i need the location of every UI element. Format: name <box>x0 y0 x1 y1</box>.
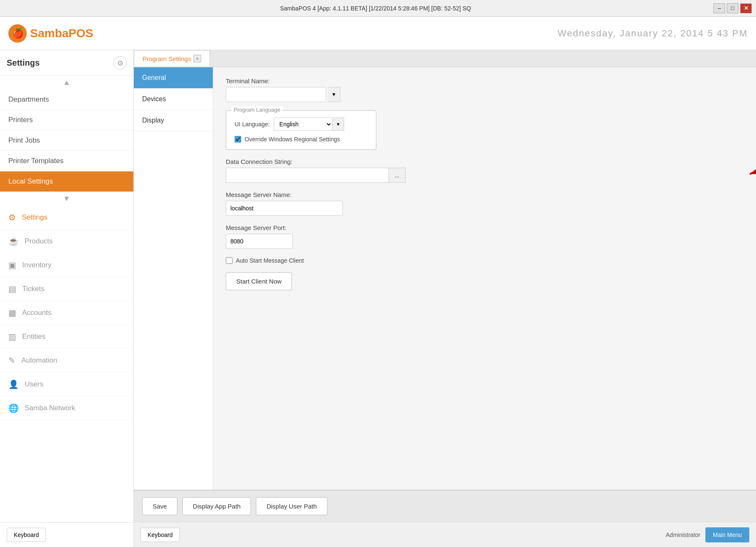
accounts-icon: ▦ <box>8 308 16 318</box>
inventory-icon: ▣ <box>8 260 16 270</box>
app-logo: 🍎 SambaPOS <box>8 24 93 43</box>
automation-icon: ✎ <box>8 355 15 366</box>
message-server-name-input[interactable] <box>226 201 343 216</box>
ui-language-dropdown-btn[interactable]: ▼ <box>332 118 344 131</box>
settings-menu-display[interactable]: Display <box>134 110 213 131</box>
display-user-path-button[interactable]: Display User Path <box>256 497 327 515</box>
message-server-name-group: Message Server Name: <box>226 191 743 216</box>
ui-language-select-row: English Turkish German French ▼ <box>274 118 344 131</box>
users-label: Users <box>25 380 43 389</box>
auto-start-checkbox[interactable] <box>226 257 232 264</box>
settings-icon: ⚙ <box>8 212 16 222</box>
auto-start-label: Auto Start Message Client <box>236 257 304 264</box>
settings-submenu: Departments Printers Print Jobs Printer … <box>0 89 133 192</box>
scroll-up-indicator[interactable]: ▲ <box>0 76 133 89</box>
automation-label: Automation <box>21 356 57 365</box>
logo-suffix: POS <box>69 27 93 40</box>
tickets-label: Tickets <box>22 285 44 293</box>
sidebar-footer: Keyboard <box>0 522 133 547</box>
sidebar: Settings ⊙ ▲ Departments Printers Print … <box>0 50 134 547</box>
override-checkbox[interactable] <box>235 136 241 143</box>
ui-language-select[interactable]: English Turkish German French <box>274 118 332 131</box>
display-app-path-button[interactable]: Display App Path <box>182 497 251 515</box>
logo-icon: 🍎 <box>8 24 27 43</box>
bottom-keyboard-button[interactable]: Keyboard <box>140 528 180 542</box>
settings-menu-panel: General Devices Display <box>134 67 213 490</box>
main-menu-button[interactable]: Main Menu <box>705 527 749 542</box>
submenu-item-print-jobs[interactable]: Print Jobs <box>0 130 133 151</box>
app-datetime: Wednesday, January 22, 2014 5 43 PM <box>558 28 748 39</box>
inventory-label: Inventory <box>22 261 51 269</box>
program-language-box: Program Language UI Language: English Tu… <box>226 110 376 150</box>
terminal-name-label: Terminal Name: <box>226 77 743 84</box>
settings-menu-devices[interactable]: Devices <box>134 89 213 110</box>
data-connection-group: Data Connection String: ... <box>226 158 743 183</box>
users-icon: 👤 <box>8 379 19 389</box>
red-arrow-indicator <box>746 157 756 180</box>
terminal-name-input[interactable] <box>226 87 326 102</box>
scroll-down-indicator[interactable]: ▼ <box>0 192 133 206</box>
sidebar-item-accounts[interactable]: ▦ Accounts <box>0 301 133 325</box>
auto-start-group: Auto Start Message Client <box>226 257 743 264</box>
entities-label: Entities <box>22 332 46 341</box>
samba-network-icon: 🌐 <box>8 403 19 413</box>
sidebar-item-entities[interactable]: ▥ Entities <box>0 325 133 349</box>
terminal-name-group: Terminal Name: ▼ <box>226 77 743 102</box>
message-server-port-input[interactable] <box>226 234 293 249</box>
app-header: 🍎 SambaPOS Wednesday, January 22, 2014 5… <box>0 17 756 50</box>
settings-label: Settings <box>22 213 47 222</box>
content-panel: General Devices Display Terminal Name: ▼… <box>134 67 756 490</box>
samba-network-label: Samba Network <box>25 404 75 412</box>
bottom-bar: Keyboard Administrator Main Menu <box>134 522 756 547</box>
sidebar-nav: ⚙ Settings ☕ Products ▣ Inventory ▤ Tick… <box>0 206 133 522</box>
data-connection-input[interactable] <box>226 168 389 183</box>
close-button[interactable]: ✕ <box>740 3 752 13</box>
tab-program-settings-label: Program Settings <box>143 55 191 62</box>
sidebar-item-samba-network[interactable]: 🌐 Samba Network <box>0 396 133 420</box>
sidebar-item-inventory[interactable]: ▣ Inventory <box>0 253 133 277</box>
ui-language-row: UI Language: English Turkish German Fren… <box>235 118 368 131</box>
sidebar-back-button[interactable]: ⊙ <box>113 56 127 69</box>
submenu-item-local-settings[interactable]: Local Settings <box>0 171 133 192</box>
entities-icon: ▥ <box>8 332 16 342</box>
title-bar-title: SambaPOS 4 [App: 4.1.11 BETA] [1/22/2014… <box>38 5 713 12</box>
ui-language-label: UI Language: <box>235 121 270 128</box>
sidebar-item-users[interactable]: 👤 Users <box>0 373 133 396</box>
main-container: Settings ⊙ ▲ Departments Printers Print … <box>0 50 756 547</box>
keyboard-button[interactable]: Keyboard <box>7 528 46 542</box>
start-client-button[interactable]: Start Client Now <box>226 272 292 290</box>
logo-text: SambaPOS <box>30 27 93 40</box>
tab-program-settings[interactable]: Program Settings × <box>134 50 210 66</box>
sidebar-item-automation[interactable]: ✎ Automation <box>0 349 133 373</box>
title-bar: SambaPOS 4 [App: 4.1.11 BETA] [1/22/2014… <box>0 0 756 17</box>
minimize-button[interactable]: – <box>713 3 725 13</box>
svg-line-1 <box>750 161 756 174</box>
title-bar-controls: – □ ✕ <box>713 3 752 13</box>
sidebar-item-settings[interactable]: ⚙ Settings <box>0 206 133 230</box>
sidebar-item-tickets[interactable]: ▤ Tickets <box>0 277 133 301</box>
save-button[interactable]: Save <box>142 497 177 515</box>
sidebar-title: Settings <box>7 58 40 68</box>
sidebar-item-products[interactable]: ☕ Products <box>0 230 133 253</box>
settings-menu-general[interactable]: General <box>134 67 213 89</box>
bottom-right: Administrator Main Menu <box>666 527 749 542</box>
data-connection-label: Data Connection String: <box>226 158 743 165</box>
products-label: Products <box>25 237 53 245</box>
logo-prefix: Samba <box>30 27 69 40</box>
terminal-name-dropdown-btn[interactable]: ▼ <box>328 87 340 102</box>
start-client-group: Start Client Now <box>226 272 743 290</box>
program-language-legend: Program Language <box>231 107 283 113</box>
message-server-port-group: Message Server Port: <box>226 224 743 249</box>
accounts-label: Accounts <box>22 309 51 317</box>
submenu-item-printers[interactable]: Printers <box>0 110 133 130</box>
tab-close-button[interactable]: × <box>194 55 201 62</box>
override-label: Override Windows Regional Settings <box>245 136 340 143</box>
maximize-button[interactable]: □ <box>727 3 738 13</box>
submenu-item-printer-templates[interactable]: Printer Templates <box>0 151 133 171</box>
tab-bar: Program Settings × <box>134 50 756 67</box>
data-connection-browse-btn[interactable]: ... <box>389 168 406 183</box>
terminal-name-input-row: ▼ <box>226 87 743 102</box>
products-icon: ☕ <box>8 236 19 246</box>
submenu-item-departments[interactable]: Departments <box>0 89 133 110</box>
message-server-port-label: Message Server Port: <box>226 224 743 231</box>
